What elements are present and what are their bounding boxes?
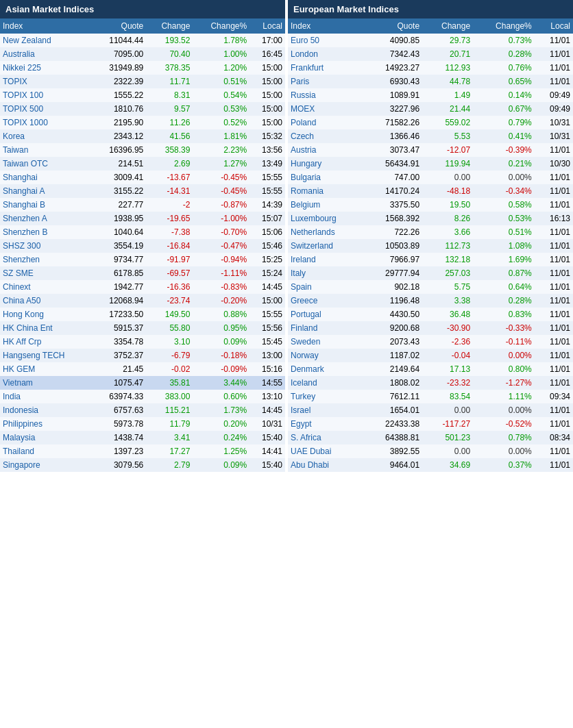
table-row[interactable]: Taiwan OTC214.512.691.27%13:49 [0, 157, 285, 171]
index-name[interactable]: UAE Dubai [288, 444, 363, 458]
table-row[interactable]: Netherlands722.263.660.51%11/01 [288, 225, 573, 239]
index-name[interactable]: Korea [0, 129, 92, 143]
index-name[interactable]: Belgium [288, 198, 363, 212]
table-row[interactable]: New Zealand11044.44193.521.78%17:00 [0, 34, 285, 47]
table-row[interactable]: Korea2343.1241.561.81%15:32 [0, 129, 285, 143]
table-row[interactable]: Paris6930.4344.780.65%11/01 [288, 75, 573, 88]
table-row[interactable]: London7342.4320.710.28%11/01 [288, 47, 573, 61]
table-row[interactable]: Taiwan16396.95358.392.23%13:56 [0, 143, 285, 157]
index-name[interactable]: Shanghai [0, 171, 92, 184]
index-name[interactable]: Taiwan OTC [0, 157, 92, 171]
table-row[interactable]: Romania14170.24-48.18-0.34%11/01 [288, 184, 573, 198]
table-row[interactable]: Bulgaria747.000.000.00%11/01 [288, 171, 573, 184]
index-name[interactable]: Shenzhen B [0, 225, 92, 239]
index-name[interactable]: Spain [288, 280, 363, 294]
index-name[interactable]: HK GEM [0, 362, 92, 376]
index-name[interactable]: TOPIX 500 [0, 102, 92, 116]
table-row[interactable]: Chinext1942.77-16.36-0.83%14:45 [0, 280, 285, 294]
table-row[interactable]: Shanghai3009.41-13.67-0.45%15:55 [0, 171, 285, 184]
index-name[interactable]: Portugal [288, 307, 363, 321]
table-row[interactable]: MOEX3227.9621.440.67%09:49 [288, 102, 573, 116]
table-row[interactable]: Philippines5973.7811.790.20%10/31 [0, 417, 285, 431]
table-row[interactable]: HK Aff Crp3354.783.100.09%15:45 [0, 335, 285, 349]
table-row[interactable]: HK GEM21.45-0.02-0.09%15:16 [0, 362, 285, 376]
index-name[interactable]: Greece [288, 294, 363, 307]
table-row[interactable]: Shenzhen A1938.95-19.65-1.00%15:07 [0, 212, 285, 225]
index-name[interactable]: Hangseng TECH [0, 349, 92, 362]
table-row[interactable]: Portugal4430.5036.480.83%11/01 [288, 307, 573, 321]
index-name[interactable]: Thailand [0, 444, 92, 458]
table-row[interactable]: Singapore3079.562.790.09%15:40 [0, 458, 285, 472]
table-row[interactable]: TOPIX2322.3911.710.51%15:00 [0, 75, 285, 88]
index-name[interactable]: Paris [288, 75, 363, 88]
index-name[interactable]: Israel [288, 403, 363, 417]
table-row[interactable]: TOPIX 1001555.228.310.54%15:00 [0, 88, 285, 102]
table-row[interactable]: Frankfurt14923.27112.930.76%11/01 [288, 61, 573, 75]
table-row[interactable]: SHSZ 3003554.19-16.84-0.47%15:46 [0, 239, 285, 253]
index-name[interactable]: Egypt [288, 417, 363, 431]
table-row[interactable]: Shanghai B227.77-2-0.87%14:39 [0, 198, 285, 212]
table-row[interactable]: SZ SME6178.85-69.57-1.11%15:24 [0, 266, 285, 280]
index-name[interactable]: Euro 50 [288, 34, 363, 47]
table-row[interactable]: Euro 504090.8529.730.73%11/01 [288, 34, 573, 47]
index-name[interactable]: HK Aff Crp [0, 335, 92, 349]
table-row[interactable]: Russia1089.911.490.14%09:49 [288, 88, 573, 102]
index-name[interactable]: Italy [288, 266, 363, 280]
index-name[interactable]: Ireland [288, 253, 363, 266]
table-row[interactable]: Luxembourg1568.3928.260.53%16:13 [288, 212, 573, 225]
index-name[interactable]: China A50 [0, 294, 92, 307]
index-name[interactable]: TOPIX [0, 75, 92, 88]
table-row[interactable]: TOPIX 5001810.769.570.53%15:00 [0, 102, 285, 116]
index-name[interactable]: Austria [288, 143, 363, 157]
index-name[interactable]: Nikkei 225 [0, 61, 92, 75]
index-name[interactable]: Bulgaria [288, 171, 363, 184]
table-row[interactable]: TOPIX 10002195.9011.260.52%15:00 [0, 116, 285, 129]
table-row[interactable]: Ireland7966.97132.181.69%11/01 [288, 253, 573, 266]
index-name[interactable]: Iceland [288, 376, 363, 390]
index-name[interactable]: Turkey [288, 390, 363, 403]
index-name[interactable]: HK China Ent [0, 321, 92, 335]
index-name[interactable]: Norway [288, 349, 363, 362]
index-name[interactable]: Philippines [0, 417, 92, 431]
table-row[interactable]: Czech1366.465.530.41%10/31 [288, 129, 573, 143]
table-row[interactable]: S. Africa64388.81501.230.78%08:34 [288, 431, 573, 444]
index-name[interactable]: Luxembourg [288, 212, 363, 225]
table-row[interactable]: Hong Kong17233.50149.500.88%15:55 [0, 307, 285, 321]
index-name[interactable]: Romania [288, 184, 363, 198]
table-row[interactable]: Turkey7612.1183.541.11%09:34 [288, 390, 573, 403]
index-name[interactable]: Hungary [288, 157, 363, 171]
index-name[interactable]: MOEX [288, 102, 363, 116]
table-row[interactable]: Australia7095.0070.401.00%16:45 [0, 47, 285, 61]
index-name[interactable]: Abu Dhabi [288, 458, 363, 472]
table-row[interactable]: Shanghai A3155.22-14.31-0.45%15:55 [0, 184, 285, 198]
index-name[interactable]: Poland [288, 116, 363, 129]
table-row[interactable]: Israel1654.010.000.00%11/01 [288, 403, 573, 417]
table-row[interactable]: UAE Dubai3892.550.000.00%11/01 [288, 444, 573, 458]
index-name[interactable]: Finland [288, 321, 363, 335]
index-name[interactable]: Shenzhen [0, 253, 92, 266]
index-name[interactable]: Malaysia [0, 431, 92, 444]
table-row[interactable]: Shenzhen B1040.64-7.38-0.70%15:06 [0, 225, 285, 239]
index-name[interactable]: Russia [288, 88, 363, 102]
table-row[interactable]: Poland71582.26559.020.79%10/31 [288, 116, 573, 129]
index-name[interactable]: TOPIX 100 [0, 88, 92, 102]
index-name[interactable]: Shenzhen A [0, 212, 92, 225]
table-row[interactable]: Malaysia1438.743.410.24%15:40 [0, 431, 285, 444]
index-name[interactable]: Singapore [0, 458, 92, 472]
index-name[interactable]: Sweden [288, 335, 363, 349]
table-row[interactable]: Spain902.185.750.64%11/01 [288, 280, 573, 294]
index-name[interactable]: S. Africa [288, 431, 363, 444]
table-row[interactable]: Denmark2149.6417.130.80%11/01 [288, 362, 573, 376]
index-name[interactable]: India [0, 390, 92, 403]
index-name[interactable]: Shanghai B [0, 198, 92, 212]
index-name[interactable]: SHSZ 300 [0, 239, 92, 253]
index-name[interactable]: SZ SME [0, 266, 92, 280]
index-name[interactable]: Taiwan [0, 143, 92, 157]
index-name[interactable]: Netherlands [288, 225, 363, 239]
index-name[interactable]: Hong Kong [0, 307, 92, 321]
table-row[interactable]: Sweden2073.43-2.36-0.11%11/01 [288, 335, 573, 349]
table-row[interactable]: Nikkei 22531949.89378.351.20%15:00 [0, 61, 285, 75]
index-name[interactable]: Frankfurt [288, 61, 363, 75]
table-row[interactable]: Belgium3375.5019.500.58%11/01 [288, 198, 573, 212]
table-row[interactable]: Thailand1397.2317.271.25%14:41 [0, 444, 285, 458]
